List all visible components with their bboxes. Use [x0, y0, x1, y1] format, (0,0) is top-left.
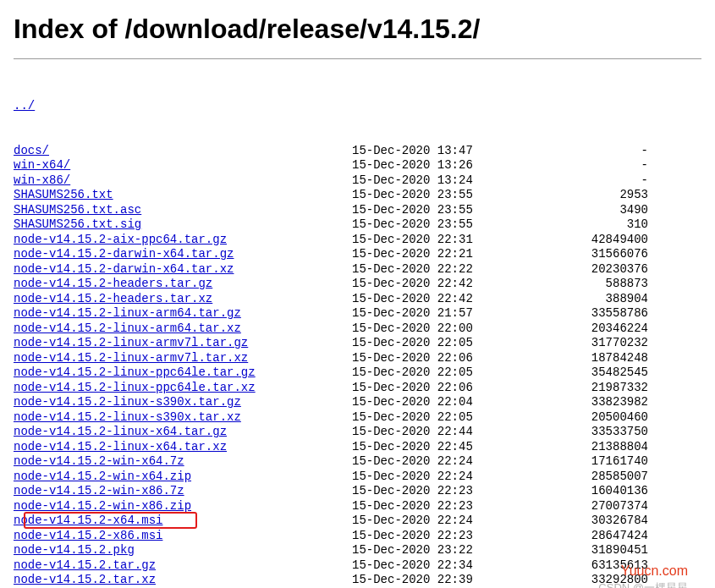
file-size: 31890451: [521, 543, 648, 558]
file-link[interactable]: node-v14.15.2.tar.xz: [14, 573, 156, 586]
file-date: 15-Dec-2020 22:06: [352, 351, 521, 366]
file-link[interactable]: node-v14.15.2-darwin-x64.tar.gz: [14, 247, 234, 261]
file-size: 310: [521, 217, 648, 233]
file-size: 18784248: [521, 351, 648, 366]
file-link[interactable]: node-v14.15.2-x86.msi: [14, 529, 162, 542]
file-link[interactable]: node-v14.15.2.pkg: [14, 543, 135, 557]
file-link[interactable]: SHASUMS256.txt.asc: [14, 203, 141, 217]
file-size: -: [521, 173, 648, 189]
list-item: node-v14.15.2-linux-armv7l.tar.xz15-Dec-…: [14, 351, 701, 366]
file-link[interactable]: node-v14.15.2-linux-arm64.tar.xz: [14, 321, 241, 335]
file-size: 21388804: [521, 440, 648, 455]
list-item: node-v14.15.2-headers.tar.gz15-Dec-2020 …: [14, 277, 701, 292]
file-size: 28585007: [521, 470, 648, 485]
file-link[interactable]: node-v14.15.2-linux-armv7l.tar.xz: [14, 351, 248, 365]
file-size: 30326784: [521, 514, 648, 529]
file-size: 3490: [521, 203, 648, 218]
list-item: SHASUMS256.txt.sig15-Dec-2020 23:55310: [14, 217, 701, 233]
file-link[interactable]: docs/: [14, 144, 49, 157]
list-item: node-v14.15.2-linux-x64.tar.gz15-Dec-202…: [14, 425, 701, 440]
file-date: 15-Dec-2020 23:55: [352, 203, 521, 218]
file-date: 15-Dec-2020 22:24: [352, 470, 521, 485]
file-date: 15-Dec-2020 21:57: [352, 306, 521, 321]
file-link[interactable]: node-v14.15.2-linux-x64.tar.gz: [14, 425, 227, 438]
file-size: 17161740: [521, 454, 648, 470]
file-link[interactable]: node-v14.15.2-linux-armv7l.tar.gz: [14, 336, 248, 349]
list-item: node-v14.15.2-win-x64.zip15-Dec-2020 22:…: [14, 470, 701, 485]
file-size: 2953: [521, 188, 648, 203]
file-size: 42849400: [521, 233, 648, 248]
file-date: 15-Dec-2020 22:22: [352, 262, 521, 278]
watermark-csdn: CSDN @一棵星星: [598, 580, 688, 588]
list-item: node-v14.15.2-linux-arm64.tar.xz15-Dec-2…: [14, 321, 701, 337]
file-link[interactable]: node-v14.15.2-linux-s390x.tar.gz: [14, 395, 241, 409]
watermark-site: Yuucn.com: [621, 563, 688, 579]
list-item: node-v14.15.2-x64.msi15-Dec-2020 22:2430…: [14, 514, 701, 529]
file-date: 15-Dec-2020 22:06: [352, 381, 521, 396]
file-date: 15-Dec-2020 13:47: [352, 144, 521, 159]
file-link[interactable]: node-v14.15.2-aix-ppc64.tar.gz: [14, 233, 227, 246]
file-date: 15-Dec-2020 22:23: [352, 499, 521, 514]
file-size: 20500460: [521, 410, 648, 426]
file-link[interactable]: node-v14.15.2-win-x64.zip: [14, 470, 191, 483]
file-link[interactable]: node-v14.15.2-linux-ppc64le.tar.gz: [14, 365, 256, 379]
file-date: 15-Dec-2020 23:22: [352, 543, 521, 558]
list-item: node-v14.15.2-darwin-x64.tar.gz15-Dec-20…: [14, 247, 701, 262]
file-size: 21987332: [521, 381, 648, 396]
file-link[interactable]: node-v14.15.2-x64.msi: [14, 514, 162, 527]
file-date: 15-Dec-2020 22:04: [352, 395, 521, 410]
file-link[interactable]: node-v14.15.2-linux-arm64.tar.gz: [14, 306, 241, 320]
list-item: node-v14.15.2-linux-armv7l.tar.gz15-Dec-…: [14, 336, 701, 351]
file-size: 31770232: [521, 336, 648, 351]
file-date: 15-Dec-2020 22:00: [352, 321, 521, 337]
file-size: 33533750: [521, 425, 648, 440]
list-item: node-v14.15.2.tar.gz15-Dec-2020 22:34631…: [14, 558, 701, 574]
list-item: node-v14.15.2-linux-s390x.tar.xz15-Dec-2…: [14, 410, 701, 426]
file-date: 15-Dec-2020 23:55: [352, 188, 521, 203]
file-link[interactable]: win-x86/: [14, 173, 70, 187]
file-size: 20230376: [521, 262, 648, 278]
file-size: -: [521, 158, 648, 173]
file-link[interactable]: SHASUMS256.txt: [14, 188, 113, 201]
file-date: 15-Dec-2020 13:24: [352, 173, 521, 189]
file-link[interactable]: node-v14.15.2-darwin-x64.tar.xz: [14, 262, 234, 276]
list-item: SHASUMS256.txt15-Dec-2020 23:552953: [14, 188, 701, 203]
file-link[interactable]: win-x64/: [14, 158, 70, 172]
file-size: 33558786: [521, 306, 648, 321]
file-link[interactable]: node-v14.15.2-win-x64.7z: [14, 454, 184, 468]
file-date: 15-Dec-2020 22:44: [352, 425, 521, 440]
file-size: 28647424: [521, 529, 648, 544]
file-size: 27007374: [521, 499, 648, 514]
file-size: 35482545: [521, 365, 648, 381]
file-date: 15-Dec-2020 22:21: [352, 247, 521, 262]
list-item: docs/15-Dec-2020 13:47-: [14, 144, 701, 159]
file-size: 31566076: [521, 247, 648, 262]
list-item: win-x86/15-Dec-2020 13:24-: [14, 173, 701, 189]
file-link[interactable]: node-v14.15.2-linux-s390x.tar.xz: [14, 410, 241, 424]
file-date: 15-Dec-2020 22:23: [352, 529, 521, 544]
file-size: 33823982: [521, 395, 648, 410]
file-link[interactable]: node-v14.15.2-headers.tar.gz: [14, 277, 212, 290]
list-item: node-v14.15.2-headers.tar.xz15-Dec-2020 …: [14, 292, 701, 307]
file-date: 15-Dec-2020 22:42: [352, 292, 521, 307]
directory-listing: ../ docs/15-Dec-2020 13:47-win-x64/15-De…: [14, 69, 701, 588]
file-size: -: [521, 144, 648, 159]
file-date: 15-Dec-2020 22:34: [352, 558, 521, 574]
file-link[interactable]: SHASUMS256.txt.sig: [14, 217, 141, 231]
file-link[interactable]: node-v14.15.2.tar.gz: [14, 558, 156, 572]
divider: [14, 58, 701, 59]
file-link[interactable]: node-v14.15.2-win-x86.zip: [14, 499, 191, 513]
file-date: 15-Dec-2020 22:39: [352, 573, 521, 588]
file-link[interactable]: node-v14.15.2-linux-x64.tar.xz: [14, 440, 227, 453]
parent-dir-link[interactable]: ../: [14, 99, 35, 113]
page-title: Index of /download/release/v14.15.2/: [14, 14, 701, 45]
file-date: 15-Dec-2020 22:23: [352, 484, 521, 499]
file-date: 15-Dec-2020 22:45: [352, 440, 521, 455]
file-date: 15-Dec-2020 22:24: [352, 514, 521, 529]
file-link[interactable]: node-v14.15.2-win-x86.7z: [14, 484, 184, 497]
file-link[interactable]: node-v14.15.2-headers.tar.xz: [14, 292, 212, 305]
list-item: node-v14.15.2-win-x64.7z15-Dec-2020 22:2…: [14, 454, 701, 470]
list-item: node-v14.15.2-linux-arm64.tar.gz15-Dec-2…: [14, 306, 701, 321]
file-link[interactable]: node-v14.15.2-linux-ppc64le.tar.xz: [14, 381, 256, 394]
file-date: 15-Dec-2020 22:42: [352, 277, 521, 292]
